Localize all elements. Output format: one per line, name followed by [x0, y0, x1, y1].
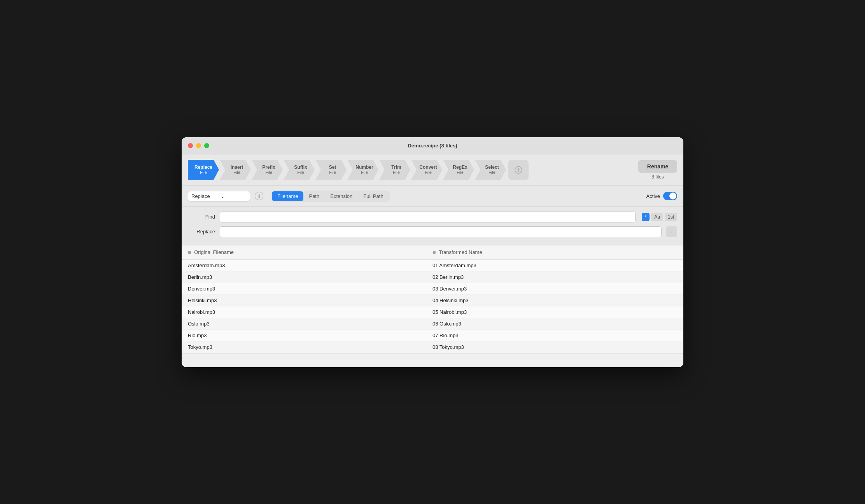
fields-area: Find *Aa1st Replace ··· [182, 207, 683, 245]
replace-extra-button[interactable]: ··· [666, 226, 677, 237]
find-input[interactable] [220, 212, 636, 222]
scope-tab-full-path[interactable]: Full Path [358, 191, 389, 201]
original-filename: Tokyo.mp3 [188, 344, 432, 350]
steps-toolbar: Replace File Insert File Prefix File Suf… [182, 154, 683, 186]
info-icon: ℹ [258, 193, 260, 199]
original-filename: Nairobi.mp3 [188, 309, 432, 315]
step-sub-label: File [489, 170, 496, 175]
toggle-knob [669, 192, 676, 200]
replace-dropdown[interactable]: Replace ⌄ [188, 191, 250, 201]
table-row: Tokyo.mp3 08 Tokyo.mp3 [182, 341, 683, 353]
step-sub-label: File [265, 170, 272, 175]
replace-row: Replace ··· [188, 226, 677, 237]
original-filename: Berlin.mp3 [188, 274, 432, 280]
col-header-transformed: ≡ Transformed Name [432, 249, 677, 256]
transformed-name: 04 Helsinki.mp3 [432, 298, 677, 303]
step-replace[interactable]: Replace File [188, 160, 219, 180]
scope-tab-path[interactable]: Path [303, 191, 325, 201]
step-main-label: Number [355, 164, 373, 170]
main-window: Demo.recipe (8 files) Replace File Inser… [182, 137, 683, 367]
original-filename: Oslo.mp3 [188, 321, 432, 327]
step-main-label: Replace [194, 164, 212, 170]
find-ctrl-asterisk[interactable]: * [642, 213, 650, 221]
step-main-label: Convert [419, 164, 437, 170]
step-convert[interactable]: Convert File [411, 160, 442, 180]
titlebar: Demo.recipe (8 files) [182, 137, 683, 154]
table-body: Amsterdam.mp3 01 Amsterdam.mp3 Berlin.mp… [182, 260, 683, 353]
original-filename: Helsinki.mp3 [188, 298, 432, 303]
step-sub-label: File [329, 170, 336, 175]
table-row: Rio.mp3 07 Rio.mp3 [182, 330, 683, 341]
table-row: Amsterdam.mp3 01 Amsterdam.mp3 [182, 260, 683, 271]
find-ctrl-aa[interactable]: Aa [651, 213, 663, 221]
step-sub-label: File [361, 170, 368, 175]
step-insert[interactable]: Insert File [220, 160, 251, 180]
step-suffix[interactable]: Suffix File [284, 160, 315, 180]
step-main-label: Prefix [262, 164, 275, 170]
col-label-transformed: Transformed Name [439, 249, 482, 255]
step-prefix[interactable]: Prefix File [252, 160, 283, 180]
rename-area: Rename 8 files [638, 160, 677, 180]
options-bar: Replace ⌄ ℹ FilenamePathExtensionFull Pa… [182, 186, 683, 207]
find-controls: *Aa1st [642, 213, 677, 221]
transformed-name: 07 Rio.mp3 [432, 332, 677, 338]
footer [182, 353, 683, 367]
step-main-label: RegEx [453, 164, 467, 170]
find-row: Find *Aa1st [188, 212, 677, 222]
step-regex[interactable]: RegEx File [443, 160, 474, 180]
maximize-button[interactable] [204, 143, 209, 148]
step-sub-label: File [233, 170, 240, 175]
transformed-name: 05 Nairobi.mp3 [432, 309, 677, 315]
step-main-label: Suffix [294, 164, 307, 170]
table-row: Nairobi.mp3 05 Nairobi.mp3 [182, 306, 683, 318]
transformed-name: 01 Amsterdam.mp3 [432, 262, 677, 268]
table-row: Denver.mp3 03 Denver.mp3 [182, 283, 683, 295]
scope-tabs: FilenamePathExtensionFull Path [271, 191, 390, 202]
col-icon-transformed: ≡ [432, 249, 436, 256]
original-filename: Rio.mp3 [188, 332, 432, 338]
step-select[interactable]: Select File [475, 160, 506, 180]
find-label: Find [188, 214, 215, 220]
file-table: ≡ Original Filename ≡ Transformed Name A… [182, 245, 683, 353]
col-header-original: ≡ Original Filename [188, 249, 432, 256]
window-title: Demo.recipe (8 files) [408, 143, 457, 149]
table-row: Berlin.mp3 02 Berlin.mp3 [182, 271, 683, 283]
dropdown-arrow-icon: ⌄ [221, 193, 247, 199]
step-trim[interactable]: Trim File [379, 160, 410, 180]
transformed-name: 03 Denver.mp3 [432, 286, 677, 292]
step-sub-label: File [297, 170, 304, 175]
window-controls [188, 143, 209, 148]
add-step-button[interactable] [508, 160, 529, 180]
scope-tab-extension[interactable]: Extension [325, 191, 358, 201]
table-row: Helsinki.mp3 04 Helsinki.mp3 [182, 295, 683, 306]
info-button[interactable]: ℹ [255, 192, 263, 200]
table-row: Oslo.mp3 06 Oslo.mp3 [182, 318, 683, 330]
rename-button[interactable]: Rename [638, 160, 677, 173]
close-button[interactable] [188, 143, 193, 148]
dropdown-value: Replace [191, 193, 217, 199]
step-sub-label: File [393, 170, 400, 175]
table-header: ≡ Original Filename ≡ Transformed Name [182, 245, 683, 260]
active-toggle[interactable] [663, 192, 677, 200]
step-sub-label: File [425, 170, 432, 175]
active-toggle-area: Active [646, 192, 677, 200]
step-main-label: Select [485, 164, 499, 170]
col-icon-original: ≡ [188, 249, 191, 256]
original-filename: Denver.mp3 [188, 286, 432, 292]
transformed-name: 08 Tokyo.mp3 [432, 344, 677, 350]
minimize-button[interactable] [196, 143, 201, 148]
step-number[interactable]: Number File [347, 160, 378, 180]
col-label-original: Original Filename [194, 249, 234, 255]
rename-count: 8 files [651, 174, 664, 180]
find-ctrl-1st[interactable]: 1st [665, 213, 677, 221]
scope-tab-filename[interactable]: Filename [272, 191, 303, 201]
active-label: Active [646, 193, 660, 199]
step-main-label: Insert [231, 164, 243, 170]
step-set[interactable]: Set File [315, 160, 347, 180]
replace-label: Replace [188, 229, 215, 234]
step-main-label: Trim [391, 164, 401, 170]
replace-input[interactable] [220, 226, 662, 237]
original-filename: Amsterdam.mp3 [188, 262, 432, 268]
transformed-name: 02 Berlin.mp3 [432, 274, 677, 280]
steps-area: Replace File Insert File Prefix File Suf… [188, 160, 632, 180]
